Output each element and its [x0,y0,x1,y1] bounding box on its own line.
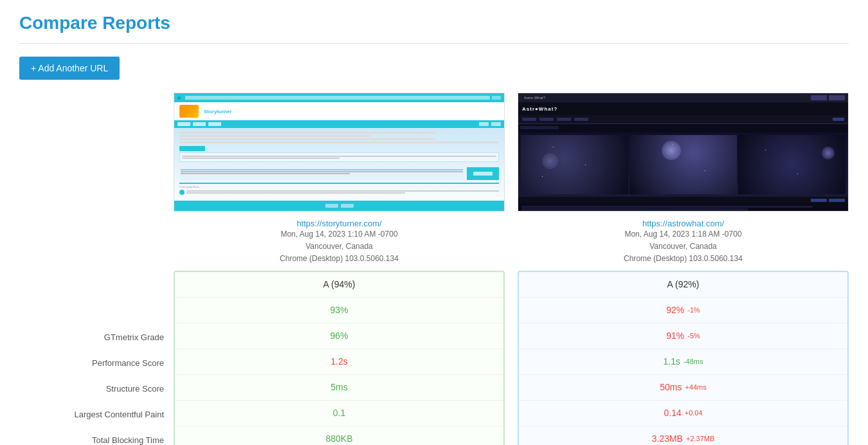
metric-pagesize-s2: 3.23MB +2.37MB [519,426,847,445]
label-lcp: Largest Contentful Paint [19,401,174,427]
label-tbt: Total Blocking Time [19,427,174,445]
storyturner-browser: Chrome (Desktop) 103.0.5060.134 [174,253,505,265]
astrowhat-location: Vancouver, Canada [518,241,849,253]
label-structure-score: Structure Score [19,376,174,401]
astrowhat-browser: Chrome (Desktop) 103.0.5060.134 [518,253,849,265]
site-preview-astrowhat: Astro What? Astr●What? [518,93,849,212]
add-url-button[interactable]: + Add Another URL [19,57,120,80]
metric-lcp-s2: 1.1s -48ms [519,349,847,375]
metric-lcp-s1: 1.2s [175,349,503,375]
metric-pagesize-s1: 880KB [175,426,503,445]
storyturner-metrics: A (94%) 93% 96% 1.2s 5ms 0.1 [174,271,505,445]
metric-structure-s2: 91% -5% [519,323,847,349]
label-performance-score: Performance Score [19,350,174,376]
site-preview-storyturner: Storyturner [174,93,505,212]
site-card-storyturner: Storyturner [174,93,505,445]
astrowhat-mockup: Astro What? Astr●What? [518,93,848,211]
astrowhat-metrics: A (92%) 92% -1% 91% -5% 1.1s -48ms [518,271,849,445]
astrowhat-info: https://astrowhat.com/ Mon, Aug 14, 2023… [518,218,849,266]
divider [19,43,849,44]
storyturner-info: https://storyturner.com/ Mon, Aug 14, 20… [174,218,505,266]
metric-cls-s1: 0.1 [175,401,503,426]
metric-gtmetrix-s2: A (92%) [519,272,847,298]
labels-column: GTmetrix Grade Performance Score Structu… [19,93,174,445]
site-card-astrowhat: Astro What? Astr●What? [518,93,849,445]
page-title: Compare Reports [19,13,849,33]
page-wrapper: Compare Reports + Add Another URL GTmetr… [0,0,868,445]
label-gtmetrix-grade: GTmetrix Grade [19,324,174,350]
metric-performance-s1: 93% [175,298,503,323]
metric-tbt-s2: 50ms +44ms [519,375,847,401]
compare-layout: GTmetrix Grade Performance Score Structu… [19,93,849,445]
storyturner-mockup: Storyturner [174,93,504,211]
sites-column: Storyturner [174,93,849,445]
storyturner-location: Vancouver, Canada [174,241,505,253]
metric-performance-s2: 92% -1% [519,298,847,323]
metric-tbt-s1: 5ms [175,375,503,401]
astrowhat-url[interactable]: https://astrowhat.com/ [642,219,724,228]
storyturner-date: Mon, Aug 14, 2023 1:10 AM -0700 [174,228,505,241]
astrowhat-date: Mon, Aug 14, 2023 1:18 AM -0700 [518,228,849,241]
metric-structure-s1: 96% [175,323,503,349]
metric-cls-s2: 0.14 +0.04 [519,401,847,426]
metric-gtmetrix-s1: A (94%) [175,272,503,298]
storyturner-url[interactable]: https://storyturner.com/ [296,219,381,228]
